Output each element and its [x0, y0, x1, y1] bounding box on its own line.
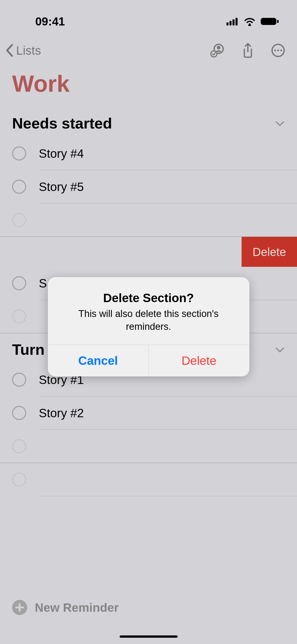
alert-content: Delete Section? This will also delete th…	[48, 277, 249, 345]
delete-button[interactable]: Delete	[149, 345, 249, 376]
alert-message: This will also delete this section's rem…	[60, 307, 237, 333]
cancel-button[interactable]: Cancel	[48, 345, 149, 376]
alert-dialog: Delete Section? This will also delete th…	[48, 277, 249, 376]
alert-title: Delete Section?	[60, 291, 237, 305]
alert-buttons: Cancel Delete	[48, 345, 249, 376]
